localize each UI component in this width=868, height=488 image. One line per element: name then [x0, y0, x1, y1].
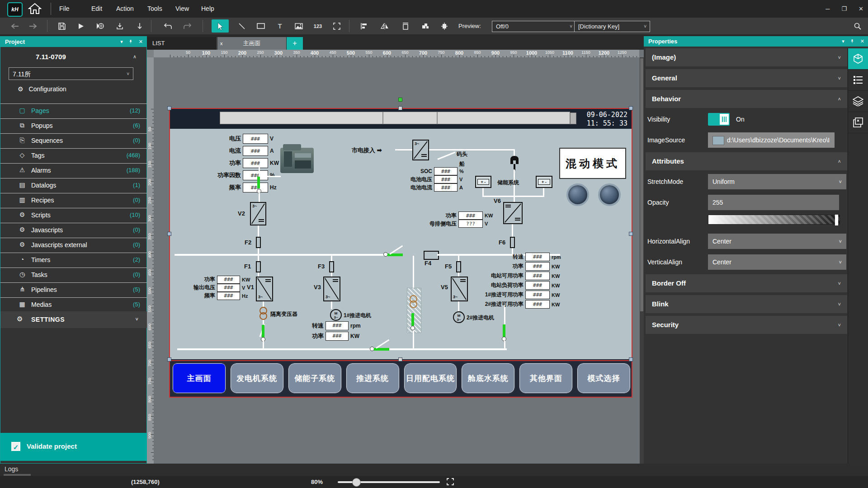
resize-handle[interactable] [167, 106, 171, 110]
tab-object-3d-icon[interactable] [848, 48, 868, 70]
zoom-slider-handle[interactable] [352, 478, 361, 487]
window-controls[interactable]: ─ ❐ ✕ [826, 0, 863, 18]
opacity-gradient-slider[interactable] [708, 215, 840, 225]
stretchmode-dropdown[interactable]: Uniform˅ [708, 174, 846, 189]
page-nav-button[interactable]: 主画面 [173, 363, 226, 393]
validate-project-button[interactable]: ✓ Validate project [0, 433, 147, 461]
propulsion-motor-1[interactable]: M3~ [330, 309, 342, 321]
converter-v3[interactable]: 3~ [323, 277, 340, 301]
page-nav-button[interactable]: 推进系统 [346, 363, 399, 393]
value-box[interactable]: ### [243, 170, 268, 180]
align-tool-icon[interactable] [357, 19, 371, 33]
logs-bar[interactable]: Logs [0, 464, 868, 476]
menu-file[interactable]: File [54, 0, 75, 18]
menu-tools[interactable]: Tools [142, 0, 168, 18]
breaker-f1[interactable] [256, 261, 261, 272]
page-nav-button[interactable]: 日用配电系统 [404, 363, 457, 393]
menu-edit[interactable]: Edit [86, 0, 108, 18]
indicator-button-2[interactable] [598, 183, 621, 206]
sidebar-item[interactable]: ▦ Medias (5) [0, 298, 147, 313]
settings-item[interactable]: ⚙ SETTINGS ˅ [0, 311, 147, 328]
propulsion-motor-2[interactable]: M3~ [453, 311, 465, 323]
value-box[interactable]: ### [525, 253, 550, 261]
resize-handle[interactable] [629, 232, 633, 236]
collapse-icon[interactable]: ▾ [842, 36, 844, 47]
sidebar-item[interactable]: ◇ Tags (468) [0, 149, 147, 164]
value-box[interactable]: ### [243, 158, 268, 168]
menu-view[interactable]: View [170, 0, 194, 18]
breaker-f4[interactable] [424, 251, 439, 260]
image-tool-icon[interactable] [292, 19, 306, 33]
dictionary-dropdown[interactable]: [Dictionary Key]˅ [574, 21, 650, 32]
value-box[interactable]: ### [217, 276, 240, 284]
tab-active-page[interactable]: x 主画面 [217, 37, 286, 50]
close-icon[interactable]: ✕ [139, 37, 143, 47]
save-icon[interactable] [55, 19, 69, 33]
value-box[interactable]: ### [458, 211, 483, 220]
group-tool-icon[interactable] [419, 19, 432, 33]
resize-handle[interactable] [167, 232, 171, 236]
imagesource-field[interactable]: d:\Users\dbizzoze\Documents\Kreo\I [708, 132, 835, 148]
value-box[interactable]: ### [326, 332, 349, 341]
value-box[interactable]: ### [243, 146, 268, 156]
value-box[interactable]: ### [434, 175, 458, 183]
shore-converter[interactable]: 3~ [412, 140, 429, 160]
pin-icon[interactable]: 🖈 [128, 37, 133, 47]
section-general[interactable]: General˅ [646, 69, 847, 87]
anchor-tool-icon[interactable] [438, 19, 451, 33]
mode-display-box[interactable]: 混动模式 [559, 148, 626, 179]
select-tool-icon[interactable] [212, 19, 229, 33]
converter-v2[interactable]: 3~ [250, 202, 266, 225]
number-tool-icon[interactable]: 123 [311, 19, 325, 33]
tab-pages-icon[interactable] [848, 112, 868, 133]
configuration-item[interactable]: ⚙ Configuration [18, 85, 66, 93]
text-tool-icon[interactable]: T [273, 19, 287, 33]
add-page-button[interactable]: + [287, 37, 303, 50]
line-tool-icon[interactable] [235, 19, 249, 33]
close-icon[interactable]: ✕ [860, 36, 864, 47]
value-box[interactable]: ### [525, 300, 550, 309]
redo-icon[interactable] [181, 19, 194, 33]
size-tool-icon[interactable] [399, 19, 412, 33]
breaker-f2[interactable] [256, 237, 261, 248]
device-selector[interactable]: 7.11所˅ [9, 67, 133, 80]
resize-handle[interactable] [167, 357, 171, 361]
hmi-page[interactable]: 09-06-2022 11: 55: 33 电压 ### V 电流 ### [170, 109, 632, 397]
value-box[interactable]: ### [434, 167, 458, 175]
minimize-icon[interactable]: ─ [826, 5, 830, 12]
indicator-button-1[interactable] [566, 183, 589, 206]
tab-layers-icon[interactable] [848, 91, 868, 112]
section-attributes[interactable]: Attributes˄ [646, 152, 847, 170]
preview-dropdown[interactable]: Off/0˅ [492, 21, 576, 32]
section-security[interactable]: Security˅ [646, 316, 847, 334]
collapse-icon[interactable]: ▾ [120, 37, 123, 47]
value-box[interactable]: ### [243, 183, 268, 192]
forward-icon[interactable] [26, 19, 40, 33]
download-icon[interactable] [133, 19, 146, 33]
converter-v6[interactable] [503, 202, 523, 224]
value-box[interactable]: ### [525, 272, 550, 280]
value-box[interactable]: ### [525, 262, 550, 271]
battery-1[interactable]: + - [475, 176, 491, 188]
zoom-slider[interactable] [338, 481, 440, 483]
resize-handle[interactable] [629, 106, 633, 110]
value-box[interactable]: ### [525, 281, 550, 290]
converter-v5[interactable]: 3~ [451, 277, 468, 301]
sidebar-item[interactable]: ⎘ Sequences (0) [0, 134, 147, 149]
horizontalalign-dropdown[interactable]: Center˅ [708, 234, 846, 249]
page-nav-button[interactable]: 舱底水系统 [462, 363, 514, 393]
converter-v1[interactable]: 3~ [256, 277, 273, 301]
sidebar-item[interactable]: ◷ Tasks (0) [0, 268, 147, 283]
sidebar-item[interactable]: ⚙ Javascripts (0) [0, 223, 147, 238]
verticalalign-dropdown[interactable]: Center˅ [708, 254, 846, 270]
section-blink[interactable]: Blink˅ [646, 295, 847, 313]
section-image[interactable]: (Image)˅ [646, 48, 847, 66]
fit-to-screen-icon[interactable] [447, 478, 454, 487]
sidebar-item[interactable]: ⚠ Alarms (188) [0, 164, 147, 178]
value-box[interactable]: ### [326, 321, 349, 330]
tab-list[interactable]: LIST [147, 37, 217, 50]
home-icon[interactable] [28, 3, 42, 14]
section-border[interactable]: Border Off˅ [646, 274, 847, 292]
menu-help[interactable]: Help [196, 0, 220, 18]
sidebar-item[interactable]: ◔ Timers (2) [0, 253, 147, 268]
